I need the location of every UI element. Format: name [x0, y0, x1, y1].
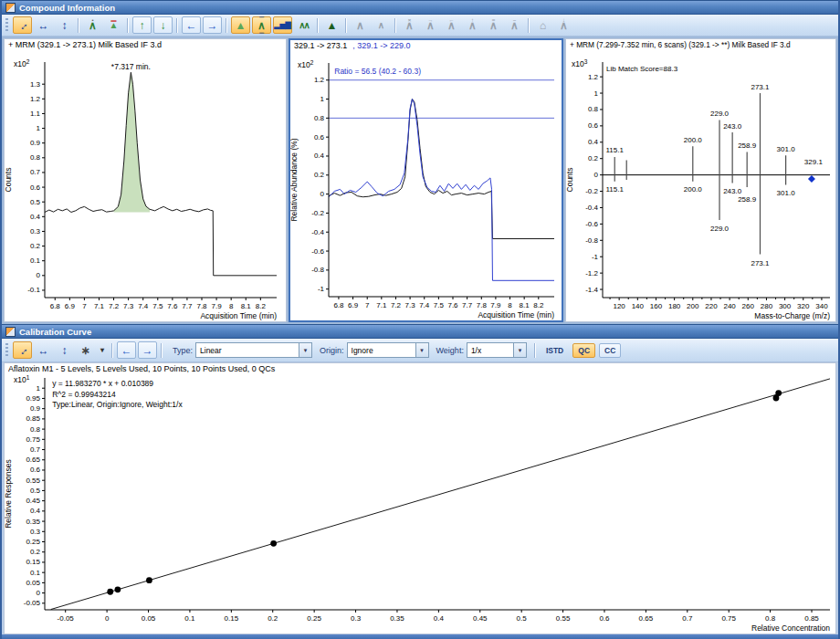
move-up-button[interactable]: ↑ [132, 16, 152, 34]
data-trace [51, 379, 830, 610]
y-tick-label: 0.6 [30, 183, 41, 192]
move-down-button[interactable]: ↓ [153, 16, 173, 34]
response-bars-button[interactable]: ▂▅▇ [273, 16, 292, 34]
calibration-curve-plot[interactable]: y = 11.983270 * x + 0.010389R^2 = 0.9994… [5, 371, 835, 634]
next-compound-button[interactable]: → [138, 341, 157, 359]
y-tick-label: 0.3 [30, 528, 41, 536]
x-tick-label: 0.85 [804, 614, 819, 623]
y-tick-label: 0.25 [26, 538, 40, 546]
chevron-down-button[interactable]: ▾ [97, 341, 108, 359]
integrate-left-button[interactable]: ∧← [442, 16, 461, 34]
fit-x-axis-button[interactable]: ↔ [34, 16, 53, 34]
x-tick-label: 0.65 [639, 614, 654, 623]
weight-combo[interactable]: 1/x ▾ [467, 342, 527, 358]
baseline-level-button[interactable]: ∧= [484, 16, 503, 34]
toolbar-grip[interactable] [5, 343, 8, 358]
x-tick-label: 6.9 [65, 302, 76, 310]
toolbar-separator [345, 18, 347, 33]
x-tick-label: 7.9 [490, 301, 501, 309]
fill-peak-button[interactable]: ▲ [231, 16, 250, 34]
curve-type-combo[interactable]: Linear ▾ [195, 342, 312, 358]
y-tick-label: 0.8 [30, 425, 41, 434]
toolbar-separator [528, 18, 530, 33]
x-tick-label: 8.1 [520, 301, 530, 309]
fit-y-axis-button[interactable]: ↕ [55, 341, 74, 359]
plot-annotation: 200.0 [684, 185, 703, 194]
y-tick-label: -0.4 [585, 204, 598, 212]
x-tick-label: 0.55 [556, 614, 571, 623]
plot-annotation: 301.0 [777, 189, 796, 197]
next-compound-button[interactable]: → [203, 16, 222, 34]
normalize-peak-icon-underlay: ▁ [253, 27, 270, 33]
x-tick-label: 7.8 [196, 302, 207, 310]
previous-compound-button[interactable]: ← [182, 16, 201, 34]
library-match-spectrum-plot[interactable]: Lib Match Score=88.3115.1200.0229.0243.0… [566, 51, 835, 321]
x-tick-label: 0.8 [765, 614, 776, 623]
baseline-curve-button[interactable]: ∧~ [505, 16, 524, 34]
integrate-peak-button[interactable]: ∧ [372, 16, 391, 34]
calibration-curve-titlebar[interactable]: Calibration Curve [2, 324, 838, 339]
x-tick-label: 7.7 [182, 302, 193, 310]
zoom-to-peak-button[interactable]: ∧• [83, 16, 102, 34]
y-tick-label: 1.2 [588, 73, 599, 81]
fit-x-axis-button[interactable]: ↔ [34, 341, 53, 359]
integrate-right-button[interactable]: ∧→ [421, 16, 440, 34]
curve-fit-options-icon: ∗ [80, 345, 89, 356]
overlay-peaks-button[interactable]: ∧∧ [294, 16, 313, 34]
plot-annotation: 115.1 [605, 146, 624, 154]
y-axis-scale: x102 [14, 58, 30, 69]
x-tick-label: 6.8 [50, 302, 61, 310]
y-tick-label: 0.15 [26, 558, 40, 566]
next-compound-icon: → [207, 20, 218, 31]
x-tick-label: 180 [668, 302, 681, 310]
previous-compound-button[interactable]: ← [117, 341, 136, 359]
baseline-curve-icon-overlay: ~ [506, 17, 523, 23]
x-tick-label: 7 [82, 302, 87, 310]
y-tick-label: 0.5 [30, 198, 41, 206]
cc-button[interactable]: CC [599, 343, 621, 358]
istd-button[interactable]: ISTD [541, 343, 569, 358]
integrator-icon: ∧ [356, 20, 364, 31]
quantifier-chromatogram-plot[interactable]: *7.317 min.6.86.977.17.27.37.47.57.67.77… [5, 51, 286, 321]
x-tick-label: 7.5 [434, 301, 445, 309]
fit-both-axes-button[interactable]: ↔ [13, 16, 32, 34]
raise-baseline-button[interactable]: ∧↑ [463, 16, 482, 34]
previous-compound-icon: ← [121, 345, 132, 356]
y-tick-label: 0.95 [26, 394, 40, 403]
toolbar-separator [226, 18, 227, 33]
dark-peak-button[interactable]: ▲ [322, 16, 341, 34]
plot-annotation: 301.0 [777, 145, 796, 153]
x-tick-label: 7.7 [462, 301, 473, 309]
y-tick-label: -0.1 [27, 286, 40, 294]
fit-both-axes-button[interactable]: ↔ [13, 341, 32, 359]
zero-peak-button[interactable]: ⌂ [533, 16, 552, 34]
toolbar-grip[interactable] [5, 18, 8, 33]
qualifier-overlay-plot[interactable]: Ratio = 56.5 (40.2 - 60.3)6.86.977.17.27… [290, 52, 562, 320]
toolbar-separator [127, 18, 129, 33]
y-tick-label: 0.4 [314, 152, 325, 160]
clear-integration-button[interactable]: ∧× [400, 16, 419, 34]
plot-annotation: 229.0 [710, 110, 730, 118]
normalize-peak-button[interactable]: ∧▔▁ [252, 16, 271, 34]
curve-fit-options-button[interactable]: ∗ [76, 341, 95, 359]
chevron-down-icon: ▾ [415, 343, 428, 357]
window-bottom-edge [2, 634, 838, 639]
fit-y-axis-button[interactable]: ↕ [55, 16, 74, 34]
calibration-toolbar-icons: ↔↔↕∗▾←→ [12, 341, 158, 359]
integrator-button[interactable]: ∧ [351, 16, 370, 34]
y-tick-label: -1.4 [585, 286, 598, 294]
integrate-right-icon-overlay: → [422, 17, 439, 23]
drop-baseline-button[interactable]: ∧↓ [554, 16, 573, 34]
data-trace [329, 100, 554, 239]
compound-information-titlebar[interactable]: Compound Information [2, 0, 838, 15]
y-axis-scale: x103 [572, 58, 588, 69]
qc-button[interactable]: QC [572, 343, 595, 358]
weight-label: Weight: [436, 346, 464, 355]
x-tick-label: 7.5 [152, 302, 163, 310]
y-tick-label: -0.6 [311, 247, 324, 256]
scale-to-peak-max-button[interactable]: ▲▬ [104, 16, 123, 34]
x-tick-label: 280 [761, 302, 773, 310]
y-tick-label: 0.7 [30, 168, 41, 176]
origin-combo[interactable]: Ignore ▾ [347, 342, 429, 358]
y-tick-label: 0.6 [30, 466, 41, 474]
